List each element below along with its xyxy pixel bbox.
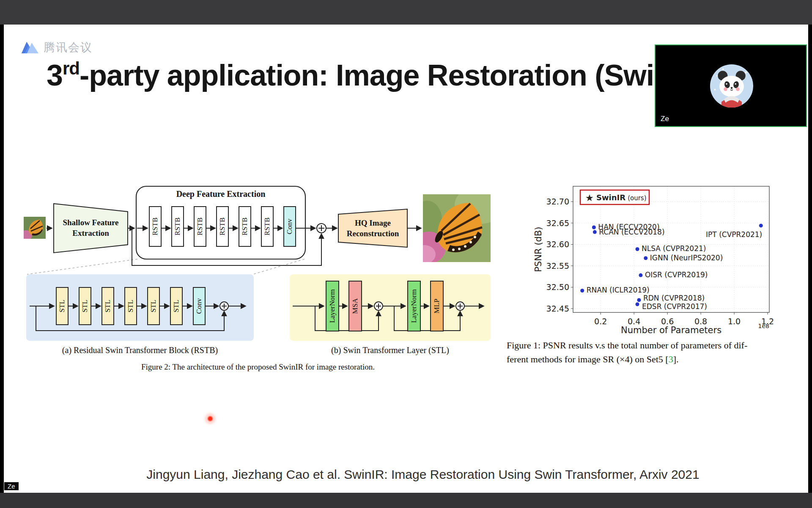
laser-pointer-dot	[206, 415, 214, 422]
svg-text:32.60: 32.60	[546, 240, 569, 249]
ipt-label: IPT (CVPR2021)	[706, 230, 762, 239]
rcan-label: RCAN (ECCV2018)	[599, 228, 664, 236]
title-superscript: rd	[63, 58, 80, 78]
figure1-caption: Figure 1: PSNR results v.s the total num…	[507, 338, 809, 366]
deep-feature-extraction-label: Deep Feature Extraction	[136, 189, 305, 199]
stl-block-5: STL	[147, 287, 160, 325]
ipt-point	[759, 224, 763, 227]
svg-text:1.0: 1.0	[728, 317, 741, 326]
citation-ref: 3	[669, 354, 673, 364]
title-text: -party application: Image Restoration (S…	[80, 59, 654, 92]
rstb-block-4: RSTB	[216, 206, 229, 247]
nlsa-point	[636, 247, 639, 251]
svg-text:0.2: 0.2	[594, 317, 607, 326]
bottom-bar	[0, 493, 812, 508]
shallow-feature-extraction-label: Shallow Feature Extraction	[56, 217, 126, 238]
corner-watermark-badge: Ze	[4, 482, 19, 490]
rcan-point	[593, 230, 597, 234]
figure1-caption-line1: Figure 1: PSNR results v.s the total num…	[507, 340, 747, 351]
rstb-block-6: RSTB	[261, 206, 274, 247]
rdn-label: RDN (CVPR2018)	[643, 294, 705, 302]
title-number: 3	[47, 59, 63, 92]
participant-video-tile[interactable]: Ze	[655, 44, 807, 127]
legend-label: SwinIR(ours)	[596, 193, 647, 202]
figure1-caption-line2: ferent methods for image SR (×4) on Set5…	[507, 354, 669, 364]
oisr-label: OISR (CVPR2019)	[645, 271, 708, 279]
participant-name: Ze	[661, 115, 669, 123]
rdn-point	[637, 298, 641, 302]
rstb-block-3: RSTB	[194, 206, 206, 247]
stl-block-2: STL	[79, 287, 91, 325]
layernorm-block-1: LayerNorm	[326, 281, 339, 331]
rnan-point	[580, 289, 584, 293]
x-axis-label: Number of Parameters	[621, 325, 721, 335]
ignn-point	[644, 256, 647, 260]
rnan-label: RNAN (ICLR2019)	[587, 286, 650, 294]
rstb-block-2: RSTB	[171, 206, 184, 247]
y-axis-label: PSNR (dB)	[533, 226, 543, 272]
slide-title: 3rd-party application: Image Restoration…	[47, 58, 654, 92]
figure1-caption-line2-end: ].	[673, 354, 679, 364]
svg-text:0.4: 0.4	[628, 317, 640, 326]
paper-citation: Jingyun Liang, Jiezhang Cao et al. SwinI…	[68, 467, 778, 482]
layernorm-block-2: LayerNorm	[407, 281, 421, 331]
lq-input-image	[24, 217, 46, 239]
edsr-label: EDSR (CVPR2017)	[642, 302, 707, 311]
swinir-star-icon: ★	[585, 193, 594, 203]
svg-text:0.6: 0.6	[661, 317, 674, 326]
screen: 腾讯会议 3rd-party application: Image Restor…	[0, 0, 812, 508]
rstb-block-1: RSTB	[149, 206, 162, 247]
svg-text:32.50: 32.50	[546, 282, 569, 292]
axis-scale-note: 1e8	[758, 323, 769, 329]
msa-block: MSA	[348, 281, 362, 331]
brand-text: 腾讯会议	[44, 40, 93, 55]
hq-output-image	[423, 194, 491, 262]
svg-text:32.65: 32.65	[546, 218, 569, 228]
caption-stl: (b) Swin Transformer Layer (STL)	[290, 345, 491, 355]
mlp-block: MLP	[430, 281, 444, 331]
edsr-point	[636, 302, 639, 306]
rstb-block-5: RSTB	[239, 206, 251, 247]
psnr-parameters-chart: 0.20.40.60.81.01.232.4532.5032.5532.6032…	[533, 182, 787, 339]
oisr-point	[639, 273, 642, 277]
conv-block-rstb: Conv	[193, 287, 206, 325]
caption-rstb: (a) Residual Swin Transformer Block (RST…	[26, 345, 254, 355]
svg-text:32.55: 32.55	[546, 261, 569, 271]
stl-block-1: STL	[56, 287, 69, 325]
stl-block-6: STL	[170, 287, 183, 325]
panda-avatar	[709, 64, 754, 108]
stl-block-3: STL	[102, 287, 114, 325]
top-bar	[0, 0, 812, 25]
tencent-meeting-logo-icon	[20, 40, 40, 55]
meeting-brand: 腾讯会议	[20, 40, 93, 55]
figure2-caption: Figure 2: The architecture of the propos…	[102, 362, 414, 372]
hq-image-reconstruction-label: HQ Image Reconstruction	[338, 218, 407, 239]
han-point	[592, 225, 596, 229]
ignn-label: IGNN (NeurIPS2020)	[650, 254, 723, 262]
conv-block-main: Conv	[283, 206, 296, 247]
svg-text:32.70: 32.70	[546, 197, 569, 206]
stl-panel-bg	[290, 274, 491, 341]
svg-text:0.8: 0.8	[694, 317, 707, 326]
nlsa-label: NLSA (CVPR2021)	[642, 244, 706, 253]
stl-block-4: STL	[124, 287, 137, 325]
svg-text:32.45: 32.45	[546, 304, 569, 313]
